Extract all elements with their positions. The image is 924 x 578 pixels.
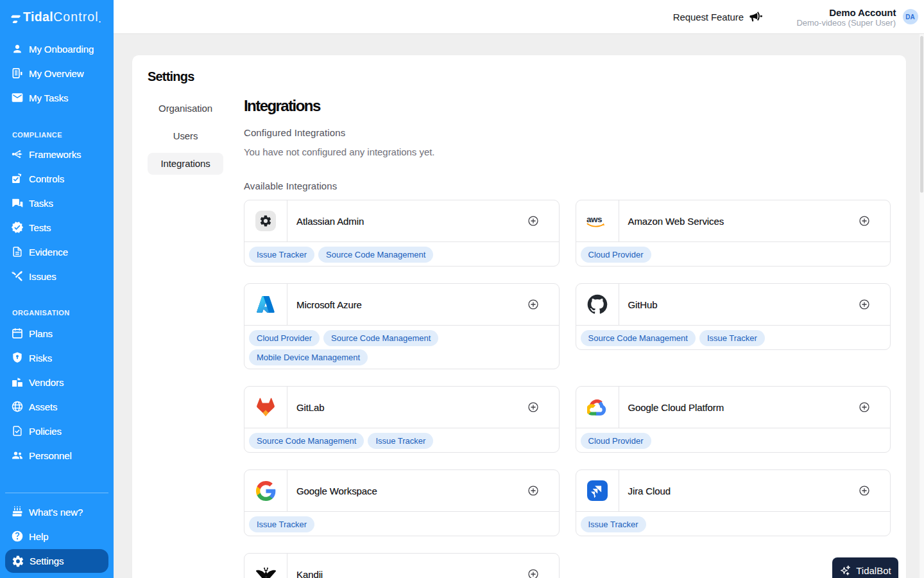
svg-text:aws: aws	[586, 215, 602, 224]
